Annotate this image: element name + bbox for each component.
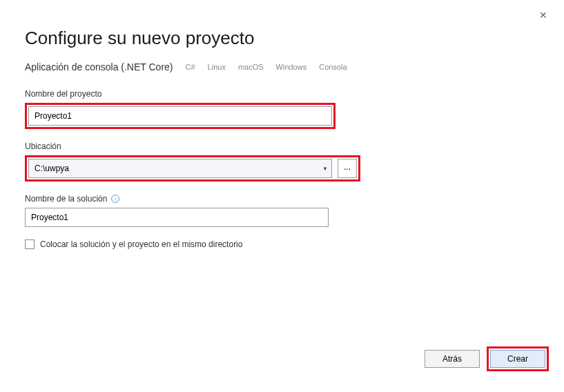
template-name: Aplicación de consola (.NET Core) (25, 61, 173, 72)
tag-windows: Windows (276, 63, 307, 71)
tag-linux: Linux (208, 63, 226, 71)
solution-name-label: Nombre de la solución (25, 194, 107, 204)
main-content: Configure su nuevo proyecto Aplicación d… (0, 0, 564, 249)
solution-name-label-row: Nombre de la solución i (25, 194, 539, 204)
create-button[interactable]: Crear (490, 350, 545, 368)
info-icon[interactable]: i (111, 195, 119, 203)
footer-buttons: Atrás Crear (425, 346, 549, 371)
location-dropdown-button[interactable]: ▼ (319, 159, 331, 177)
location-highlight: ▼ ... (25, 155, 360, 182)
location-input[interactable] (28, 159, 332, 178)
project-name-group: Nombre del proyecto (25, 89, 539, 129)
same-directory-row: Colocar la solución y el proyecto en el … (25, 239, 539, 249)
solution-name-group: Nombre de la solución i (25, 194, 539, 227)
create-button-highlight: Crear (487, 346, 549, 371)
template-row: Aplicación de consola (.NET Core) C# Lin… (25, 61, 539, 72)
solution-name-input[interactable] (25, 208, 329, 227)
project-name-highlight (25, 103, 336, 129)
chevron-down-icon: ▼ (322, 166, 328, 172)
project-name-input[interactable] (28, 106, 332, 126)
same-directory-checkbox[interactable] (25, 239, 35, 249)
browse-button[interactable]: ... (338, 159, 357, 178)
same-directory-label: Colocar la solución y el proyecto en el … (40, 239, 242, 249)
location-label: Ubicación (25, 141, 539, 151)
back-button[interactable]: Atrás (425, 350, 480, 368)
tag-csharp: C# (186, 63, 195, 71)
tag-console: Consola (319, 63, 347, 71)
close-button[interactable]: ✕ (535, 8, 552, 22)
page-title: Configure su nuevo proyecto (25, 28, 539, 49)
tag-macos: macOS (238, 63, 264, 71)
project-name-label: Nombre del proyecto (25, 89, 539, 99)
location-group: Ubicación ▼ ... (25, 141, 539, 182)
location-combo: ▼ (28, 159, 332, 178)
